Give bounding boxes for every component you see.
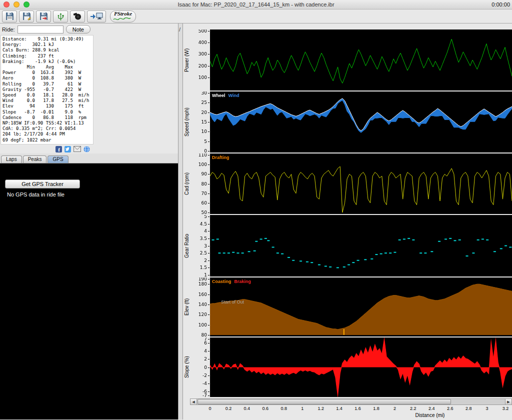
note-button[interactable]: Note <box>66 25 90 34</box>
slope-plot-canvas[interactable] <box>190 338 512 397</box>
panel-splitter[interactable]: / <box>178 24 183 420</box>
power-chart[interactable]: Power (W) <box>183 30 512 90</box>
x-tick-label: 1.2 <box>318 406 324 411</box>
save-button[interactable] <box>2 10 17 22</box>
usb-download-button[interactable] <box>53 10 68 22</box>
x-tick-label: 0.6 <box>262 406 269 411</box>
powermeter-icon <box>73 12 82 20</box>
x-tick-label: 2.8 <box>466 406 472 411</box>
ride-stats-text: Distance: 9.31 mi (0:30:49) Energy: 302.… <box>2 36 92 143</box>
gps-status-message: No GPS data in ride file <box>7 192 178 198</box>
facebook-icon[interactable]: f <box>56 146 62 152</box>
svg-text:f: f <box>58 146 60 152</box>
x-tick-label: 2.2 <box>410 406 416 411</box>
pstroke-button[interactable]: PStroke <box>110 10 136 22</box>
cadence-plot-canvas[interactable] <box>190 154 512 214</box>
powermeter-button[interactable] <box>70 10 85 22</box>
x-tick-label: 1.4 <box>336 406 342 411</box>
titlebar: Isaac for Mac: PP_2020_02_17_1644_15_km … <box>0 0 512 10</box>
timer-readout: 0:00:00 <box>492 2 510 8</box>
get-gps-tracker-button[interactable]: Get GPS Tracker <box>5 180 80 188</box>
splitter-handle-icon[interactable]: / <box>179 26 180 32</box>
elevation-chart[interactable]: Elev (ft) Coasting Braking Start of Out <box>183 278 512 336</box>
x-tick-label: 0.2 <box>226 406 232 411</box>
usb-icon <box>57 12 64 21</box>
speed-axis-title: Speed (mph) <box>183 92 190 152</box>
ride-name-input[interactable] <box>18 26 64 34</box>
tab-gps[interactable]: GPS <box>48 156 68 163</box>
gear-plot-canvas[interactable] <box>190 215 512 276</box>
twitter-icon[interactable] <box>64 146 71 152</box>
legend-wheel: Wheel <box>212 93 226 98</box>
send-to-display-button[interactable] <box>87 10 106 22</box>
floppy-disk-arrow-icon <box>40 12 48 20</box>
left-tab-bar: Laps Peaks GPS <box>0 154 178 164</box>
x-tick-label: 1.6 <box>354 406 361 411</box>
cadence-chart[interactable]: Cad (rpm) Drafting <box>183 154 512 214</box>
legend-braking: Braking <box>234 279 252 284</box>
legend-coasting: Coasting <box>212 279 232 284</box>
save-as-button[interactable] <box>19 10 34 22</box>
ride-stats-box: Distance: 9.31 mi (0:30:49) Energy: 302.… <box>0 35 94 144</box>
start-of-out-annotation: Start of Out <box>221 300 244 304</box>
x-axis-title: Distance (mi) <box>183 412 512 420</box>
window-title: Isaac for Mac: PP_2020_02_17_1644_15_km … <box>0 2 512 8</box>
slope-chart[interactable]: Slope (%) <box>183 338 512 397</box>
charts-panel: Power (W) Speed (mph) Wheel Wind Cad (rp… <box>183 24 512 420</box>
toolbar: PStroke <box>0 10 512 24</box>
x-tick-label: 2.6 <box>447 406 454 411</box>
speed-plot-canvas[interactable] <box>190 92 512 152</box>
left-panel: Ride: Note Distance: 9.31 mi (0:30:49) E… <box>0 24 178 420</box>
floppy-disk-pencil-icon <box>22 12 31 20</box>
x-tick-label: 0 <box>208 406 211 411</box>
elevation-axis-title: Elev (ft) <box>183 278 190 336</box>
gear-axis-title: Gear Ratio <box>183 215 190 276</box>
legend-drafting: Drafting <box>212 155 230 160</box>
scrollbar-thumb[interactable] <box>198 399 451 404</box>
web-globe-icon[interactable] <box>84 146 90 152</box>
ride-label: Ride: <box>2 26 15 32</box>
x-tick-label: 0.4 <box>244 406 250 411</box>
gps-panel: Get GPS Tracker No GPS data in ride file <box>0 164 178 420</box>
horizontal-scrollbar[interactable]: ◀ ▶ <box>190 398 512 405</box>
tab-laps[interactable]: Laps <box>1 156 22 163</box>
power-plot-canvas[interactable] <box>190 30 512 90</box>
gear-ratio-chart[interactable]: Gear Ratio <box>183 215 512 276</box>
power-axis-title: Power (W) <box>183 30 190 90</box>
x-tick-label: 3.2 <box>502 406 509 411</box>
x-tick-label: 2 <box>394 406 396 411</box>
speed-chart[interactable]: Speed (mph) Wheel Wind <box>183 92 512 152</box>
slope-axis-title: Slope (%) <box>183 338 190 397</box>
arrow-to-monitor-icon <box>90 12 103 20</box>
scroll-right-arrow-icon[interactable]: ▶ <box>505 399 512 404</box>
tab-peaks[interactable]: Peaks <box>23 156 47 163</box>
x-tick-label: 1 <box>301 406 304 411</box>
x-axis-tick-labels: 00.20.40.60.811.21.41.61.822.22.42.62.83… <box>183 406 512 413</box>
x-tick-label: 0.8 <box>281 406 288 411</box>
share-icons-row: f <box>0 144 93 154</box>
export-button[interactable] <box>36 10 51 22</box>
cadence-axis-title: Cad (rpm) <box>183 154 190 214</box>
legend-wind: Wind <box>228 93 240 98</box>
x-tick-label: 1.8 <box>373 406 380 411</box>
scroll-left-arrow-icon[interactable]: ◀ <box>190 399 197 404</box>
elevation-plot-canvas[interactable] <box>190 278 512 336</box>
pstroke-label: PStroke <box>114 11 132 16</box>
x-tick-label: 2.4 <box>428 406 435 411</box>
email-icon[interactable] <box>74 146 81 152</box>
floppy-disk-icon <box>6 12 14 20</box>
x-tick-label: 3 <box>486 406 488 411</box>
pstroke-squiggle-icon <box>113 16 133 22</box>
